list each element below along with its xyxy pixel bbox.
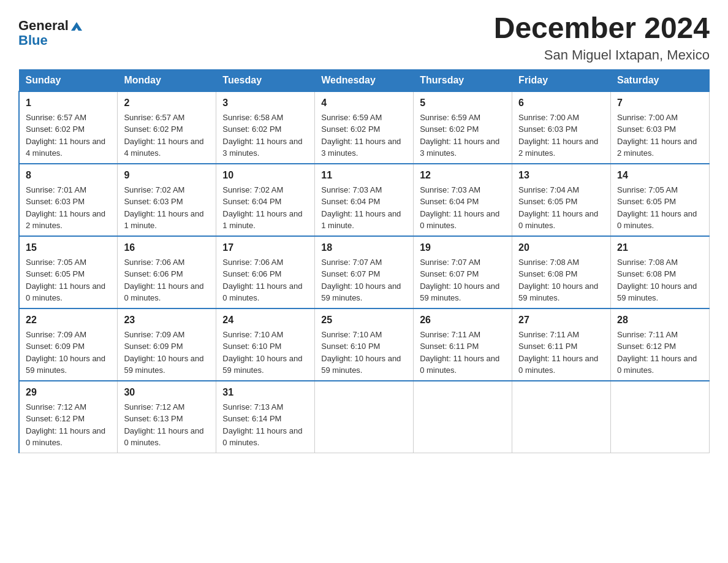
day-info: Sunrise: 6:59 AMSunset: 6:02 PMDaylight:… [420,113,499,158]
day-info: Sunrise: 7:05 AMSunset: 6:05 PMDaylight:… [617,185,697,231]
table-row: 15 Sunrise: 7:05 AMSunset: 6:05 PMDaylig… [19,236,118,308]
day-number: 7 [617,96,703,110]
table-row: 5 Sunrise: 6:59 AMSunset: 6:02 PMDayligh… [414,91,512,164]
day-info: Sunrise: 7:02 AMSunset: 6:04 PMDaylight:… [222,185,302,231]
day-number: 15 [26,240,111,255]
day-number: 17 [222,240,308,255]
logo-blue: Blue [18,33,48,48]
day-info: Sunrise: 7:00 AMSunset: 6:03 PMDaylight:… [518,113,598,158]
calendar-week-row: 15 Sunrise: 7:05 AMSunset: 6:05 PMDaylig… [19,236,710,308]
day-info: Sunrise: 6:57 AMSunset: 6:02 PMDaylight:… [124,113,203,158]
day-info: Sunrise: 7:06 AMSunset: 6:06 PMDaylight:… [124,258,203,303]
day-info: Sunrise: 7:04 AMSunset: 6:05 PMDaylight:… [518,185,598,231]
day-info: Sunrise: 7:09 AMSunset: 6:09 PMDaylight:… [124,330,203,375]
day-info: Sunrise: 7:11 AMSunset: 6:11 PMDaylight:… [420,330,499,375]
table-row: 17 Sunrise: 7:06 AMSunset: 6:06 PMDaylig… [216,236,315,308]
col-tuesday: Tuesday [216,69,315,91]
day-number: 19 [420,240,506,255]
col-friday: Friday [512,69,611,91]
day-number: 4 [321,96,407,110]
day-number: 24 [222,313,308,327]
table-row: 7 Sunrise: 7:00 AMSunset: 6:03 PMDayligh… [611,91,710,164]
day-info: Sunrise: 6:58 AMSunset: 6:02 PMDaylight:… [222,113,302,158]
day-info: Sunrise: 7:13 AMSunset: 6:14 PMDaylight:… [222,402,302,448]
day-number: 26 [420,313,506,327]
day-number: 9 [124,168,210,183]
table-row [315,381,414,453]
day-number: 28 [617,313,703,327]
logo-general: General [18,18,69,33]
table-row: 12 Sunrise: 7:03 AMSunset: 6:04 PMDaylig… [414,164,512,236]
day-info: Sunrise: 7:00 AMSunset: 6:03 PMDaylight:… [617,113,697,158]
day-number: 13 [518,168,604,183]
day-info: Sunrise: 7:11 AMSunset: 6:11 PMDaylight:… [518,330,598,375]
table-row: 19 Sunrise: 7:07 AMSunset: 6:07 PMDaylig… [414,236,512,308]
table-row: 20 Sunrise: 7:08 AMSunset: 6:08 PMDaylig… [512,236,611,308]
subtitle: San Miguel Ixtapan, Mexico [494,47,710,63]
day-number: 27 [518,313,604,327]
day-info: Sunrise: 6:59 AMSunset: 6:02 PMDaylight:… [321,113,401,158]
table-row: 25 Sunrise: 7:10 AMSunset: 6:10 PMDaylig… [315,308,414,381]
table-row: 23 Sunrise: 7:09 AMSunset: 6:09 PMDaylig… [118,308,216,381]
day-number: 18 [321,240,407,255]
day-number: 16 [124,240,210,255]
table-row: 11 Sunrise: 7:03 AMSunset: 6:04 PMDaylig… [315,164,414,236]
col-thursday: Thursday [414,69,512,91]
table-row: 16 Sunrise: 7:06 AMSunset: 6:06 PMDaylig… [118,236,216,308]
day-number: 12 [420,168,506,183]
table-row: 28 Sunrise: 7:11 AMSunset: 6:12 PMDaylig… [611,308,710,381]
day-info: Sunrise: 7:07 AMSunset: 6:07 PMDaylight:… [321,258,401,303]
day-number: 30 [124,385,210,400]
col-monday: Monday [118,69,216,91]
table-row: 10 Sunrise: 7:02 AMSunset: 6:04 PMDaylig… [216,164,315,236]
calendar-body: 1 Sunrise: 6:57 AMSunset: 6:02 PMDayligh… [19,91,710,453]
table-row: 27 Sunrise: 7:11 AMSunset: 6:11 PMDaylig… [512,308,611,381]
table-row: 26 Sunrise: 7:11 AMSunset: 6:11 PMDaylig… [414,308,512,381]
table-row: 22 Sunrise: 7:09 AMSunset: 6:09 PMDaylig… [19,308,118,381]
calendar-header: Sunday Monday Tuesday Wednesday Thursday… [19,69,710,91]
table-row: 2 Sunrise: 6:57 AMSunset: 6:02 PMDayligh… [118,91,216,164]
day-number: 25 [321,313,407,327]
table-row: 29 Sunrise: 7:12 AMSunset: 6:12 PMDaylig… [19,381,118,453]
day-number: 11 [321,168,407,183]
table-row: 18 Sunrise: 7:07 AMSunset: 6:07 PMDaylig… [315,236,414,308]
table-row: 24 Sunrise: 7:10 AMSunset: 6:10 PMDaylig… [216,308,315,381]
table-row [512,381,611,453]
day-info: Sunrise: 6:57 AMSunset: 6:02 PMDaylight:… [26,113,105,158]
day-info: Sunrise: 7:12 AMSunset: 6:13 PMDaylight:… [124,402,203,448]
day-number: 31 [222,385,308,400]
day-info: Sunrise: 7:10 AMSunset: 6:10 PMDaylight:… [321,330,401,375]
col-wednesday: Wednesday [315,69,414,91]
day-number: 1 [26,96,111,110]
main-title: December 2024 [494,12,710,45]
table-row: 9 Sunrise: 7:02 AMSunset: 6:03 PMDayligh… [118,164,216,236]
table-row: 31 Sunrise: 7:13 AMSunset: 6:14 PMDaylig… [216,381,315,453]
calendar-week-row: 1 Sunrise: 6:57 AMSunset: 6:02 PMDayligh… [19,91,710,164]
day-info: Sunrise: 7:10 AMSunset: 6:10 PMDaylight:… [222,330,302,375]
day-info: Sunrise: 7:02 AMSunset: 6:03 PMDaylight:… [124,185,203,231]
page-header: General Blue December 2024 San Miguel Ix… [18,12,710,63]
day-number: 14 [617,168,703,183]
day-info: Sunrise: 7:03 AMSunset: 6:04 PMDaylight:… [420,185,499,231]
table-row [414,381,512,453]
table-row: 14 Sunrise: 7:05 AMSunset: 6:05 PMDaylig… [611,164,710,236]
table-row: 13 Sunrise: 7:04 AMSunset: 6:05 PMDaylig… [512,164,611,236]
day-info: Sunrise: 7:03 AMSunset: 6:04 PMDaylight:… [321,185,401,231]
day-info: Sunrise: 7:08 AMSunset: 6:08 PMDaylight:… [617,258,697,303]
day-info: Sunrise: 7:09 AMSunset: 6:09 PMDaylight:… [26,330,105,375]
day-number: 22 [26,313,111,327]
day-number: 8 [26,168,111,183]
header-row: Sunday Monday Tuesday Wednesday Thursday… [19,69,710,91]
day-number: 29 [26,385,111,400]
day-number: 21 [617,240,703,255]
table-row: 3 Sunrise: 6:58 AMSunset: 6:02 PMDayligh… [216,91,315,164]
day-info: Sunrise: 7:05 AMSunset: 6:05 PMDaylight:… [26,258,105,303]
day-info: Sunrise: 7:08 AMSunset: 6:08 PMDaylight:… [518,258,598,303]
table-row: 1 Sunrise: 6:57 AMSunset: 6:02 PMDayligh… [19,91,118,164]
calendar-table: Sunday Monday Tuesday Wednesday Thursday… [18,69,710,453]
table-row: 8 Sunrise: 7:01 AMSunset: 6:03 PMDayligh… [19,164,118,236]
title-block: December 2024 San Miguel Ixtapan, Mexico [494,12,710,63]
day-number: 10 [222,168,308,183]
calendar-week-row: 22 Sunrise: 7:09 AMSunset: 6:09 PMDaylig… [19,308,710,381]
table-row: 21 Sunrise: 7:08 AMSunset: 6:08 PMDaylig… [611,236,710,308]
